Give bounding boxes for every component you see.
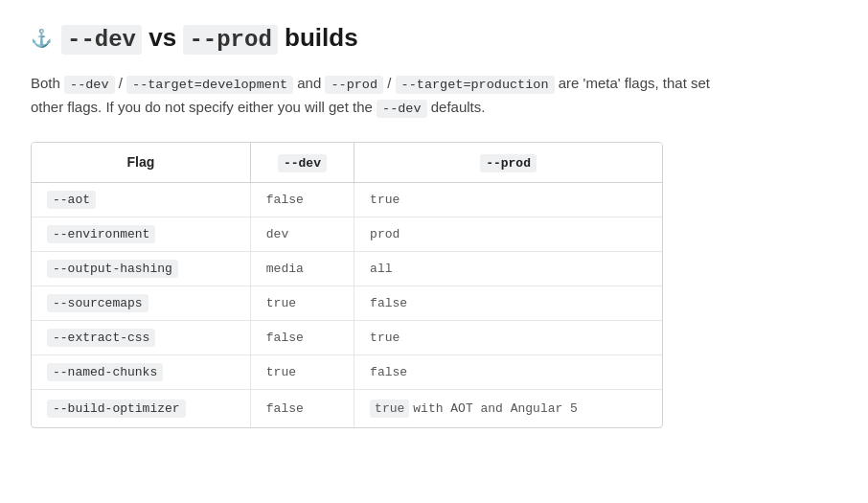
flag-code: --sourcemaps <box>47 294 148 312</box>
header-dev-code: --dev <box>278 154 327 172</box>
dev-value: false <box>250 182 354 217</box>
flag-cell: --environment <box>32 217 250 251</box>
prod-value: false <box>354 286 662 320</box>
table-row: --environmentdevprod <box>32 217 662 251</box>
heading-row: ⚓ --dev vs --prod builds <box>31 23 837 53</box>
header-prod: --prod <box>354 143 662 183</box>
flag-code: --environment <box>47 225 155 243</box>
prod-extra-text: with AOT and Angular 5 <box>413 401 578 416</box>
prod-value: all <box>354 251 662 286</box>
prod-value: prod <box>354 217 662 251</box>
comparison-table: Flag --dev --prod --aotfalsetrue--enviro… <box>32 143 662 427</box>
dev-value: false <box>250 389 354 427</box>
flag-cell: --aot <box>32 182 250 217</box>
dev-value: dev <box>250 217 354 251</box>
flag-cell: --named-chunks <box>32 354 250 389</box>
header-row: Flag --dev --prod <box>32 143 662 183</box>
flag-code: --output-hashing <box>47 260 178 278</box>
table-row: --named-chunkstruefalse <box>32 354 662 389</box>
desc-target-prod: --target=production <box>396 76 555 94</box>
prod-code-val: true <box>370 400 409 418</box>
builds-text: builds <box>285 23 358 52</box>
prod-value: false <box>354 354 662 389</box>
flag-cell: --extract-css <box>32 320 250 354</box>
page-title: --dev vs --prod builds <box>61 23 358 53</box>
flag-cell: --sourcemaps <box>32 286 250 320</box>
prod-flag-heading: --prod <box>183 25 277 55</box>
flag-cell: --build-optimizer <box>32 389 250 427</box>
prod-cell-special: true with AOT and Angular 5 <box>370 400 647 418</box>
desc-prod-flag: --prod <box>325 76 383 94</box>
dev-flag-heading: --dev <box>61 25 142 55</box>
flag-cell: --output-hashing <box>32 251 250 286</box>
desc-and: and <box>297 75 325 91</box>
header-dev: --dev <box>250 143 354 183</box>
flag-code: --extract-css <box>47 329 155 347</box>
dev-value: true <box>250 354 354 389</box>
table-body: --aotfalsetrue--environmentdevprod--outp… <box>32 182 662 427</box>
flag-code: --named-chunks <box>47 363 163 381</box>
flag-code: --build-optimizer <box>47 400 186 418</box>
table-row: --sourcemapstruefalse <box>32 286 662 320</box>
dev-value: media <box>250 251 354 286</box>
desc-target-dev: --target=development <box>126 76 293 94</box>
desc-dev-flag: --dev <box>64 76 115 94</box>
desc-dev-default: --dev <box>377 100 427 118</box>
header-flag: Flag <box>32 143 250 183</box>
vs-text: vs <box>148 23 183 52</box>
prod-value: true <box>354 320 662 354</box>
header-prod-code: --prod <box>480 154 537 172</box>
dev-value: false <box>250 320 354 354</box>
prod-value: true with AOT and Angular 5 <box>354 389 662 427</box>
comparison-table-wrapper: Flag --dev --prod --aotfalsetrue--enviro… <box>31 142 663 428</box>
table-row: --extract-cssfalsetrue <box>32 320 662 354</box>
table-row: --aotfalsetrue <box>32 182 662 217</box>
dev-value: true <box>250 286 354 320</box>
link-icon: ⚓ <box>31 28 52 49</box>
prod-value: true <box>354 182 662 217</box>
flag-code: --aot <box>47 191 96 209</box>
table-row: --build-optimizerfalsetrue with AOT and … <box>32 389 662 427</box>
table-header: Flag --dev --prod <box>32 143 662 183</box>
table-row: --output-hashingmediaall <box>32 251 662 286</box>
description-paragraph: Both --dev / --target=development and --… <box>31 72 837 121</box>
